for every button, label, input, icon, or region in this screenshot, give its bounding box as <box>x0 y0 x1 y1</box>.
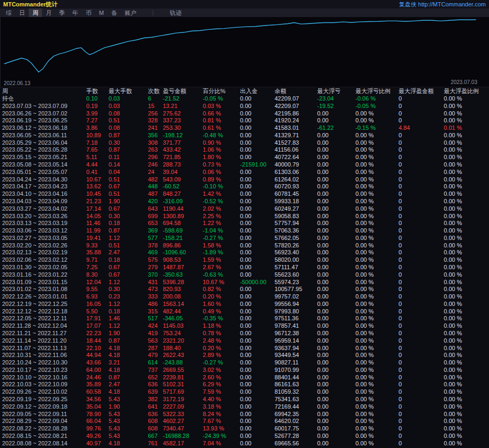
table-row[interactable]: 2022.09.26 ~ 2022.10.0260.584.186395717.… <box>0 388 489 396</box>
row-period-label: 2023.06.12 ~ 2023.06.18 <box>0 125 85 132</box>
column-header-最大浮盈金额[interactable]: 最大浮盈金额 <box>397 87 443 95</box>
menu-item-周[interactable]: 周 <box>29 9 42 17</box>
menu-item-币[interactable]: 币 <box>82 9 95 17</box>
table-row[interactable]: 2022.10.10 ~ 2022.10.1624.460.876522239.… <box>0 374 489 381</box>
table-row[interactable]: 2023.04.03 ~ 2023.04.0921.231.90420-316.… <box>0 198 489 205</box>
menu-item-综[interactable]: 综 <box>2 9 15 17</box>
cell-最大浮盈比例: 0.00 % <box>443 220 489 227</box>
column-header-最大浮盈比例[interactable]: 最大浮盈比例 <box>443 87 489 95</box>
menu-item-年[interactable]: 年 <box>69 9 82 17</box>
table-row[interactable]: 2023.06.12 ~ 2023.06.183.860.08241253.30… <box>0 125 489 132</box>
menu-item-备[interactable]: 备 <box>107 9 121 17</box>
table-row[interactable]: 2023.07.03 ~ 2023.07.090.190.031513.210.… <box>0 103 489 110</box>
table-row[interactable]: 2023.04.10 ~ 2023.04.1610.450.51487848.2… <box>0 190 489 198</box>
table-row[interactable]: 2022.11.28 ~ 2022.12.0417.071.124241145.… <box>0 322 489 330</box>
cell-百分比%: 0.90 % <box>202 139 239 147</box>
cell-手数: 10.45 <box>85 190 107 198</box>
cell-盈亏金额: 13.21 <box>162 103 202 110</box>
table-row[interactable]: 2022.08.22 ~ 2022.08.2899.765.436087340.… <box>0 425 489 433</box>
table-row[interactable]: 2022.11.14 ~ 2022.11.2018.440.875632321.… <box>0 337 489 345</box>
row-period-label: 2023.02.27 ~ 2023.03.05 <box>0 235 85 242</box>
table-row[interactable]: 2023.04.17 ~ 2023.04.2313.620.67448-60.5… <box>0 183 489 190</box>
table-row[interactable]: 2022.09.05 ~ 2022.09.1178.905.436365322.… <box>0 411 489 418</box>
cell-次数: 369 <box>147 227 162 235</box>
menu-item-日[interactable]: 日 <box>15 9 29 17</box>
cell-最大浮盈比例: 0.00 % <box>443 264 489 271</box>
brand-link[interactable]: 复盘侠 http://MTCommander.com <box>399 0 486 9</box>
cell-最大浮盈金额: 0 <box>397 388 443 396</box>
column-header-最大浮亏[interactable]: 最大浮亏 <box>316 87 354 95</box>
table-row[interactable]: 2023.05.29 ~ 2023.06.047.180.30308371.77… <box>0 139 489 147</box>
cell-百分比%: 0.81 % <box>202 117 239 125</box>
table-row[interactable]: 2023.06.19 ~ 2023.06.257.270.51328337.23… <box>0 117 489 125</box>
menu-item-月[interactable]: 月 <box>42 9 55 17</box>
table-row[interactable]: 2023.05.01 ~ 2023.05.070.410.042439.040.… <box>0 169 489 176</box>
cell-最大浮盈金额: 0 <box>397 264 443 271</box>
table-row[interactable]: 2022.12.26 ~ 2023.01.016.930.23333200.08… <box>0 293 489 301</box>
table-row[interactable]: 2023.02.27 ~ 2023.03.0519.411.12577-158.… <box>0 235 489 242</box>
cell-百分比%: 6.29 % <box>202 381 239 388</box>
cell-最大浮亏: 0.00 <box>316 146 354 154</box>
column-header-次数[interactable]: 次数 <box>147 87 162 95</box>
table-row[interactable]: 2022.12.05 ~ 2022.12.1117.911.46517-346.… <box>0 315 489 322</box>
table-row[interactable]: 2022.10.03 ~ 2022.10.0935.892.476365102.… <box>0 381 489 388</box>
table-row[interactable]: 2023.01.09 ~ 2023.01.1512.041.124315396.… <box>0 279 489 286</box>
cell-余额: 59058.83 <box>273 213 316 220</box>
cell-最大浮盈金额: 0 <box>397 322 443 330</box>
cell-最大浮盈比例: 0.00 % <box>443 322 489 330</box>
table-row[interactable]: 2022.09.12 ~ 2022.09.1835.041.906412227.… <box>0 403 489 411</box>
cell-余额: 61303.06 <box>273 169 316 176</box>
cell-最大手数: 2.47 <box>107 249 147 256</box>
table-row[interactable]: 2022.10.31 ~ 2022.11.0644.944.184792622.… <box>0 352 489 359</box>
table-row[interactable]: 2022.08.08 ~ 2022.08.1440.974.187614582.… <box>0 440 489 447</box>
table-row-position[interactable]: 持仓0.100.036-21.52-0.05 %0.0042209.07-23.… <box>0 95 489 103</box>
table-row[interactable]: 2022.10.24 ~ 2022.10.3043.663.21614-243.… <box>0 359 489 367</box>
cell-次数: 420 <box>147 198 162 205</box>
table-row[interactable]: 2023.06.05 ~ 2023.06.1110.890.87356-198.… <box>0 132 489 139</box>
cell-百分比%: 0.49 % <box>202 308 239 316</box>
table-row[interactable]: 2022.12.12 ~ 2022.12.185.500.18315482.44… <box>0 308 489 316</box>
table-row[interactable]: 2023.04.24 ~ 2023.04.3010.670.51482543.0… <box>0 176 489 184</box>
table-row[interactable]: 2022.11.21 ~ 2022.11.2722.231.90419753.2… <box>0 330 489 337</box>
cell-余额: 42195.86 <box>273 110 316 118</box>
column-header-出入金[interactable]: 出入金 <box>239 87 273 95</box>
table-row[interactable]: 2023.05.08 ~ 2023.05.144.440.14246288.73… <box>0 161 489 169</box>
table-row[interactable]: 2023.05.22 ~ 2023.05.287.650.87263433.42… <box>0 146 489 154</box>
table-row[interactable]: 2023.03.27 ~ 2023.04.0217.140.676431190.… <box>0 205 489 213</box>
table-row[interactable]: 2023.02.06 ~ 2023.02.129.710.18575908.53… <box>0 256 489 264</box>
cell-出入金: 0.00 <box>239 337 273 345</box>
menu-item-季[interactable]: 季 <box>55 9 69 17</box>
cell-次数: 256 <box>147 110 162 118</box>
column-header-最大手数[interactable]: 最大手数 <box>107 87 147 95</box>
table-row[interactable]: 2022.08.29 ~ 2022.09.0466.045.436084602.… <box>0 418 489 425</box>
table-row[interactable]: 2022.12.19 ~ 2022.12.2516.051.124861563.… <box>0 301 489 308</box>
column-header-余额[interactable]: 余额 <box>273 87 316 95</box>
table-row[interactable]: 2022.11.07 ~ 2022.11.1322.104.18287188.4… <box>0 345 489 352</box>
cell-最大浮盈金额: 0 <box>397 440 443 447</box>
table-row[interactable]: 2023.02.20 ~ 2023.02.269.330.51378896.86… <box>0 242 489 250</box>
brand-url[interactable]: http://MTCommander.com <box>418 1 486 7</box>
column-header-周[interactable]: 周 <box>0 87 85 95</box>
table-row[interactable]: 2023.01.02 ~ 2023.01.089.550.30473820.93… <box>0 286 489 293</box>
column-header-百分比%[interactable]: 百分比% <box>202 87 239 95</box>
table-row[interactable]: 2023.03.06 ~ 2023.03.1211.990.87369-598.… <box>0 227 489 235</box>
table-row[interactable]: 2023.03.13 ~ 2023.03.1911.460.18653694.5… <box>0 220 489 227</box>
cell-百分比%: -0.63 % <box>202 271 239 279</box>
table-row[interactable]: 2023.06.26 ~ 2023.07.023.990.08256275.62… <box>0 110 489 118</box>
table-row[interactable]: 2022.09.19 ~ 2022.09.2534.565.433823172.… <box>0 396 489 403</box>
table-row[interactable]: 2023.05.15 ~ 2023.05.215.110.11296721.85… <box>0 154 489 161</box>
table-row[interactable]: 2023.01.16 ~ 2023.01.228.300.67370-350.6… <box>0 271 489 279</box>
cell-最大手数: 1.90 <box>107 330 147 337</box>
table-row[interactable]: 2023.03.20 ~ 2023.03.2614.050.306991300.… <box>0 213 489 220</box>
table-row[interactable]: 2023.01.30 ~ 2023.02.057.250.672791487.8… <box>0 264 489 271</box>
menu-item-M[interactable]: M <box>95 9 107 17</box>
menu-item-轨迹[interactable]: 轨迹 <box>166 9 185 17</box>
menu-item-账户[interactable]: 账户 <box>121 9 140 17</box>
column-header-盈亏金额[interactable]: 盈亏金额 <box>162 87 202 95</box>
table-row[interactable]: 2022.08.15 ~ 2022.08.2149.265.43667-1698… <box>0 433 489 440</box>
column-header-最大浮亏比例[interactable]: 最大浮亏比例 <box>354 87 397 95</box>
table-row[interactable]: 2022.10.17 ~ 2022.10.2364.004.187372669.… <box>0 367 489 374</box>
column-header-手数[interactable]: 手数 <box>85 87 107 95</box>
cell-次数: 287 <box>147 345 162 352</box>
table-row[interactable]: 2023.02.13 ~ 2023.02.1935.882.47469-1096… <box>0 249 489 256</box>
